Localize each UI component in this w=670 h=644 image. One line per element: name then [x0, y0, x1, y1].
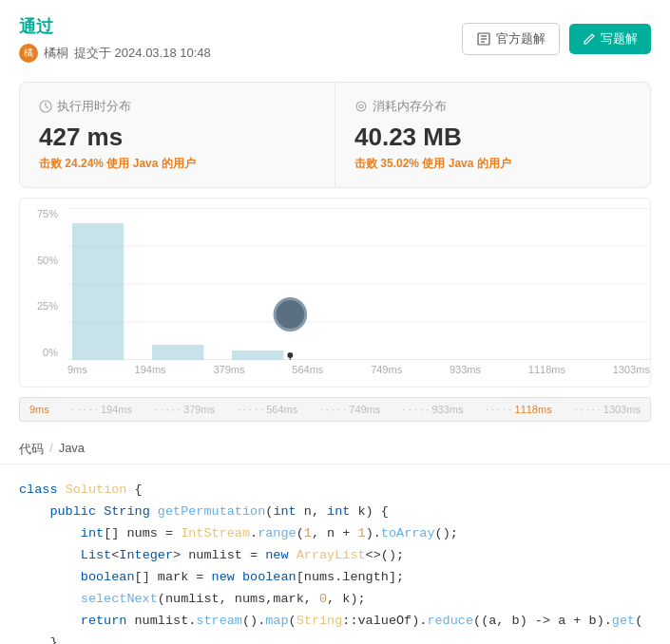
- range-labels: 9ms · · · · · 194ms · · · · · 379ms · · …: [29, 404, 641, 415]
- y-label-25: 25%: [20, 300, 58, 312]
- pass-label: 通过: [19, 15, 211, 38]
- y-label-75: 75%: [20, 208, 58, 219]
- x-label-5: 749ms: [371, 364, 402, 375]
- memory-icon: [354, 100, 368, 113]
- svg-point-7: [356, 102, 366, 111]
- code-label: 代码: [19, 441, 44, 458]
- exec-sub: 击败 24.24% 使用 Java 的用户: [39, 156, 316, 172]
- official-solution-label: 官方题解: [496, 30, 546, 47]
- code-section: 代码 / Java class Solution { public String…: [0, 435, 670, 644]
- range-label-5: · · · · · 749ms: [320, 404, 381, 415]
- y-label-0: 0%: [20, 347, 58, 358]
- exec-value: 427 ms: [39, 123, 316, 152]
- range-label-3: · · · · · 379ms: [154, 404, 215, 415]
- svg-rect-14: [152, 345, 203, 360]
- header: 通过 橘 橘桐 提交于 2024.03.18 10:48 官方题解 写题解: [0, 0, 670, 72]
- edit-icon: [583, 32, 596, 46]
- range-label-8: · · · · · 1303ms: [574, 404, 641, 415]
- exec-time-card: 执行用时分布 427 ms 击败 24.24% 使用 Java 的用户: [20, 83, 335, 187]
- write-solution-label: 写题解: [601, 30, 638, 47]
- user-info: 橘 橘桐 提交于 2024.03.18 10:48: [19, 44, 211, 63]
- range-label-6: · · · · · 933ms: [403, 404, 464, 415]
- svg-rect-15: [232, 350, 283, 360]
- x-label-7: 1118ms: [528, 364, 565, 375]
- svg-point-8: [359, 104, 363, 108]
- x-label-4: 564ms: [292, 364, 323, 375]
- memory-card: 消耗内存分布 40.23 MB 击败 35.02% 使用 Java 的用户: [335, 83, 650, 187]
- clock-icon: [39, 100, 52, 113]
- write-solution-button[interactable]: 写题解: [569, 24, 651, 54]
- x-label-1: 9ms: [67, 364, 87, 375]
- svg-point-18: [287, 352, 293, 358]
- code-block[interactable]: class Solution { public String getPermut…: [0, 464, 670, 644]
- chart-x-labels: 9ms 194ms 379ms 564ms 749ms 933ms 1118ms…: [67, 360, 650, 379]
- code-lang: Java: [59, 441, 85, 458]
- chart-container: 75% 50% 25% 0%: [19, 198, 651, 388]
- x-label-3: 379ms: [213, 364, 244, 375]
- mem-title: 消耗内存分布: [354, 98, 631, 115]
- x-label-2: 194ms: [135, 364, 166, 375]
- range-label-7: · · · · · 1118ms: [486, 404, 552, 415]
- range-slider[interactable]: 9ms · · · · · 194ms · · · · · 379ms · · …: [19, 397, 651, 422]
- range-label-4: · · · · · 564ms: [238, 404, 298, 415]
- avatar: 橘: [19, 44, 38, 63]
- svg-rect-13: [72, 223, 124, 360]
- svg-point-17: [276, 300, 304, 329]
- x-label-6: 933ms: [450, 364, 481, 375]
- bar-chart: [67, 208, 650, 360]
- stats-row: 执行用时分布 427 ms 击败 24.24% 使用 Java 的用户 消耗内存…: [19, 82, 651, 188]
- header-left: 通过 橘 橘桐 提交于 2024.03.18 10:48: [19, 15, 211, 63]
- mem-value: 40.23 MB: [354, 123, 631, 152]
- submit-time: 提交于 2024.03.18 10:48: [74, 45, 211, 62]
- range-label-1: 9ms: [29, 404, 49, 415]
- chart-inner: [67, 208, 650, 360]
- range-label-2: · · · · · 194ms: [71, 404, 132, 415]
- y-label-50: 50%: [20, 255, 58, 266]
- svg-line-6: [46, 106, 48, 108]
- book-icon: [476, 31, 491, 47]
- chart-y-labels: 75% 50% 25% 0%: [20, 208, 63, 358]
- chart-area: 75% 50% 25% 0%: [19, 198, 651, 388]
- official-solution-button[interactable]: 官方题解: [462, 23, 560, 55]
- mem-sub: 击败 35.02% 使用 Java 的用户: [354, 156, 631, 172]
- code-header: 代码 / Java: [0, 435, 670, 464]
- header-right: 官方题解 写题解: [462, 23, 651, 55]
- code-sep: /: [49, 441, 53, 458]
- user-name: 橘桐: [44, 45, 68, 62]
- exec-title: 执行用时分布: [39, 98, 316, 115]
- x-label-8: 1303ms: [613, 364, 650, 375]
